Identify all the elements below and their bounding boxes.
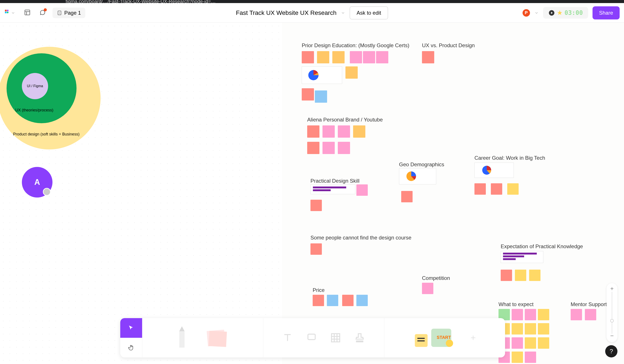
sticky-note[interactable] — [538, 323, 549, 335]
plus-icon[interactable] — [470, 335, 476, 341]
svg-rect-11 — [313, 187, 346, 189]
group-title-mentor: Mentor Support — [571, 301, 607, 307]
sticky-note[interactable] — [327, 295, 338, 306]
sticky-note[interactable] — [401, 191, 413, 202]
sticky-note[interactable] — [525, 352, 536, 363]
panel-layout-icon[interactable] — [15, 9, 31, 17]
sticky-note[interactable] — [422, 283, 433, 294]
sticky-note[interactable] — [571, 309, 582, 320]
page-selector[interactable]: 1 Page 1 — [52, 8, 85, 18]
sticky-note[interactable] — [322, 142, 335, 154]
canvas-right-region[interactable]: Prior Design Education: (Mostly Google C… — [282, 23, 624, 364]
sticky-note[interactable] — [342, 295, 354, 306]
sticky-note[interactable] — [529, 270, 541, 281]
sticky-note[interactable] — [376, 51, 388, 63]
text-tool-icon[interactable] — [282, 332, 293, 343]
sticky-note[interactable] — [512, 323, 523, 335]
sticky-note[interactable] — [474, 183, 486, 195]
sticky-note[interactable] — [538, 309, 549, 320]
page-icon: 1 — [57, 10, 62, 16]
group-title-prior-edu: Prior Design Education: (Mostly Google C… — [302, 42, 409, 49]
sticky-note[interactable] — [585, 309, 596, 320]
group-title-practical: Practical Design Skill — [311, 178, 360, 184]
user-avatar[interactable]: P — [522, 9, 530, 17]
sticky-note[interactable] — [338, 142, 350, 154]
sticky-note[interactable] — [315, 91, 327, 103]
canvas[interactable]: UI / Figma UX (theories/process) Product… — [0, 23, 624, 364]
pie-chart-thumbnail[interactable] — [399, 168, 436, 184]
pencil-tool-icon[interactable] — [174, 325, 190, 351]
select-tool[interactable] — [120, 318, 142, 338]
sticky-note[interactable] — [525, 309, 536, 320]
sticky-note[interactable] — [356, 184, 368, 196]
sticky-note[interactable] — [515, 270, 526, 281]
stamp-tool-icon[interactable] — [354, 332, 365, 343]
sticky-note[interactable] — [350, 51, 362, 63]
sticky-note[interactable] — [317, 51, 329, 63]
sticker-pack-icon: START — [413, 325, 457, 351]
sticky-note[interactable] — [302, 51, 314, 63]
group-title-cannot-find: Some people cannot find the design cours… — [311, 235, 412, 241]
group-title-competition: Competition — [422, 275, 450, 281]
bar-chart-thumbnail[interactable] — [311, 184, 355, 194]
comments-icon[interactable] — [31, 9, 46, 17]
sticky-note[interactable] — [302, 88, 314, 100]
zoom-slider-track[interactable] — [612, 292, 612, 334]
tool-dock: START — [120, 318, 505, 358]
dock-stickers-section[interactable]: START — [384, 318, 505, 358]
sticky-note[interactable] — [307, 142, 319, 154]
sticky-note[interactable] — [313, 295, 324, 306]
sticky-note[interactable] — [345, 66, 358, 79]
figjam-logo-icon[interactable] — [4, 9, 11, 17]
sticky-note[interactable] — [332, 51, 345, 63]
sticky-tool-icon[interactable] — [203, 327, 231, 349]
user-chevron-icon[interactable] — [534, 11, 539, 15]
inner-circle-label: UI / Figma — [27, 84, 43, 88]
chart-thumbnail[interactable] — [302, 66, 342, 84]
zoom-slider-handle[interactable] — [610, 319, 614, 322]
svg-rect-27 — [417, 338, 425, 339]
mid-circle-label: UX (theories/process) — [15, 108, 53, 113]
sticky-note[interactable] — [307, 125, 319, 138]
shape-tool-icon[interactable] — [306, 332, 317, 343]
sticky-note[interactable] — [311, 200, 322, 211]
group-title-career: Career Goal: Work in Big Tech — [474, 155, 545, 161]
sticky-note[interactable] — [353, 125, 365, 138]
sticky-note[interactable] — [491, 183, 502, 195]
canvas-left-region[interactable]: UI / Figma UX (theories/process) Product… — [0, 23, 282, 364]
document-title[interactable]: Fast Track UX Website UX Research — [236, 9, 337, 16]
svg-rect-1 — [7, 10, 8, 11]
sticky-note[interactable] — [422, 51, 434, 63]
sticky-note[interactable] — [501, 270, 512, 281]
ask-to-edit-button[interactable]: Ask to edit — [350, 6, 388, 20]
help-button[interactable]: ? — [605, 345, 618, 358]
sticky-note[interactable] — [338, 125, 350, 138]
sticky-note[interactable] — [507, 183, 519, 195]
sticky-note[interactable] — [512, 337, 523, 349]
inner-circle[interactable]: UI / Figma — [22, 73, 48, 99]
bar-chart-expectation[interactable] — [501, 251, 543, 263]
zoom-out-button[interactable] — [610, 334, 614, 339]
svg-rect-17 — [503, 258, 516, 260]
sticky-note[interactable] — [512, 352, 523, 363]
group-title-price: Price — [313, 287, 325, 293]
share-button[interactable]: Share — [593, 6, 620, 20]
pie-chart-career[interactable] — [474, 163, 514, 178]
sticky-note[interactable] — [356, 295, 368, 306]
hand-tool[interactable] — [120, 338, 142, 358]
sticky-note[interactable] — [322, 125, 335, 138]
sticky-note[interactable] — [538, 337, 549, 349]
group-title-expect: What to expect — [498, 301, 533, 307]
zoom-in-button[interactable] — [610, 287, 614, 292]
group-title-geo: Geo Demographics — [399, 162, 444, 168]
sticky-note[interactable] — [311, 243, 322, 255]
sticky-note[interactable] — [525, 323, 536, 335]
title-chevron-icon[interactable] — [341, 11, 345, 15]
timer-widget[interactable]: 03:00 — [543, 7, 588, 19]
sticky-note[interactable] — [525, 337, 536, 349]
sticky-note[interactable] — [512, 309, 523, 320]
table-tool-icon[interactable] — [330, 332, 341, 343]
collaborator-cursor[interactable]: A — [22, 167, 52, 197]
sticky-note[interactable] — [363, 51, 375, 63]
chevron-down-icon[interactable] — [11, 11, 15, 15]
